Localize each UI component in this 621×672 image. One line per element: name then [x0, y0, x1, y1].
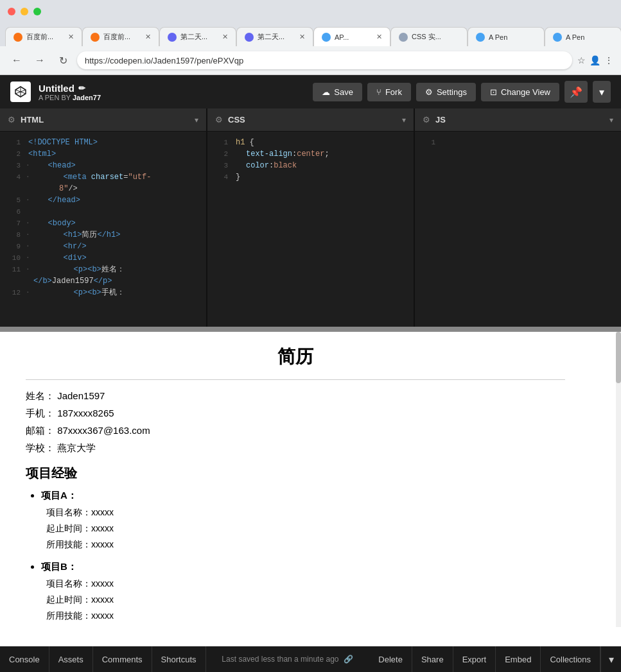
preview-area: 简历 姓名： Jaden1597 手机： 187xxxx8265 邮箱： 87x… — [0, 332, 621, 627]
field-value-phone: 187xxxx8265 — [57, 408, 114, 418]
code-line: 8 · <h1>简历</h1> — [0, 229, 206, 241]
address-input[interactable] — [77, 51, 572, 69]
code-line: 9 · <hr/> — [0, 241, 206, 252]
status-external-link[interactable]: 🔗 — [344, 655, 353, 664]
comments-button[interactable]: Comments — [93, 646, 152, 672]
tab-favicon-5 — [322, 33, 331, 42]
editor-preview-divider[interactable] — [0, 327, 621, 332]
browser-tab-6[interactable]: CSS 实... — [390, 27, 468, 46]
edit-title-icon[interactable]: ✏ — [78, 83, 85, 93]
js-gear-icon[interactable]: ⚙ — [423, 115, 430, 125]
account-icon[interactable]: 👤 — [590, 55, 600, 65]
tab-favicon-6 — [399, 33, 408, 42]
tab-close-5[interactable]: ✕ — [376, 33, 382, 41]
maximize-button[interactable] — [33, 8, 41, 15]
browser-tab-7[interactable]: A Pen — [468, 27, 545, 46]
browser-tab-1[interactable]: 百度前... ✕ — [5, 27, 82, 46]
console-button[interactable]: Console — [0, 646, 49, 672]
tab-title-5: AP... — [335, 33, 372, 41]
collections-more-button[interactable]: ▾ — [600, 646, 621, 672]
bookmark-icon[interactable]: ☆ — [577, 55, 586, 65]
html-panel-title-group: ⚙ HTML — [8, 115, 44, 125]
codepen-logo — [10, 82, 31, 102]
html-code-area[interactable]: 1 <!DOCTYPE HTML> 2 <html> 3 · <head> 4 … — [0, 132, 206, 327]
field-label-email: 邮箱： — [26, 425, 55, 436]
pen-author: A PEN BY Jaden77 — [39, 94, 305, 101]
assets-button[interactable]: Assets — [49, 646, 93, 672]
tab-close-3[interactable]: ✕ — [222, 33, 228, 41]
html-panel-chevron[interactable]: ▾ — [195, 116, 198, 125]
tab-close-1[interactable]: ✕ — [68, 33, 74, 41]
address-bar-icons: ☆ 👤 ⋮ — [577, 55, 613, 65]
preview-section-title: 项目经验 — [26, 465, 565, 482]
export-button[interactable]: Export — [453, 646, 496, 672]
browser-tab-5[interactable]: AP... ✕ — [313, 27, 390, 46]
preview-field-email: 邮箱： 87xxxx367@163.com — [26, 425, 565, 437]
title-bar — [0, 0, 621, 23]
tab-title-8: A Pen — [566, 33, 613, 41]
preview-field-name: 姓名： Jaden1597 — [26, 390, 565, 402]
pin-button[interactable]: 📌 — [564, 81, 588, 103]
code-line: 4 } — [207, 171, 414, 183]
code-line: </b>Jaden1597</p> — [0, 275, 206, 287]
browser-tab-2[interactable]: 百度前... ✕ — [82, 27, 159, 46]
collections-button[interactable]: Collections — [541, 646, 600, 672]
html-gear-icon[interactable]: ⚙ — [8, 115, 15, 125]
js-panel-title-group: ⚙ JS — [423, 115, 446, 125]
more-button[interactable]: ▾ — [593, 81, 611, 103]
scroll-thumb[interactable] — [616, 332, 621, 383]
code-line: 2 text-align:center; — [207, 148, 414, 160]
js-code-area[interactable]: 1 — [415, 132, 621, 327]
field-value-email: 87xxxx367@163.com — [57, 425, 150, 436]
shortcuts-button[interactable]: Shortcuts — [152, 646, 206, 672]
project-b-time: 起止时间：xxxxx — [46, 592, 565, 608]
back-button[interactable]: ← — [8, 51, 26, 69]
code-line: 6 — [0, 206, 206, 218]
browser-tab-3[interactable]: 第二天... ✕ — [159, 27, 236, 46]
pen-title: Untitled ✏ — [39, 83, 305, 94]
browser-chrome: 百度前... ✕ 百度前... ✕ 第二天... ✕ 第二天... ✕ AP..… — [0, 0, 621, 75]
code-line: 3 · <head> — [0, 160, 206, 171]
js-panel: ⚙ JS ▾ 1 — [415, 108, 621, 327]
forward-button[interactable]: → — [31, 51, 49, 69]
save-button[interactable]: ☁ Save — [313, 83, 362, 101]
tab-title-2: 百度前... — [103, 32, 141, 42]
bottom-bar: Console Assets Comments Shortcuts Last s… — [0, 646, 621, 672]
menu-icon[interactable]: ⋮ — [604, 55, 613, 65]
tab-title-7: A Pen — [489, 33, 536, 41]
js-panel-chevron[interactable]: ▾ — [609, 116, 613, 125]
css-panel-header: ⚙ CSS ▾ — [207, 108, 414, 132]
fork-button[interactable]: ⑂ Fork — [367, 83, 411, 101]
save-status-text: Last saved less than a minute ago — [222, 655, 338, 664]
browser-tab-4[interactable]: 第二天... ✕ — [236, 27, 313, 46]
codepen-action-buttons: ☁ Save ⑂ Fork ⚙ Settings ⊡ Change View 📌… — [313, 81, 611, 103]
list-item: 项目B： 项目名称：xxxxx 起止时间：xxxxx 所用技能：xxxxx — [41, 561, 565, 625]
change-view-button[interactable]: ⊡ Change View — [481, 83, 559, 101]
minimize-button[interactable] — [21, 8, 28, 15]
tab-close-2[interactable]: ✕ — [145, 33, 151, 41]
list-item: 项目A： 项目名称：xxxxx 起止时间：xxxxx 所用技能：xxxxx — [41, 490, 565, 553]
css-gear-icon[interactable]: ⚙ — [215, 115, 223, 125]
html-panel: ⚙ HTML ▾ 1 <!DOCTYPE HTML> 2 <html> 3 · … — [0, 108, 207, 327]
css-panel-chevron[interactable]: ▾ — [402, 116, 406, 125]
preview-field-school: 学校： 燕京大学 — [26, 442, 565, 454]
preview-title: 简历 — [26, 345, 565, 369]
project-a-name: 项目名称：xxxxx — [46, 504, 565, 521]
layout-icon: ⊡ — [490, 87, 497, 97]
gear-icon: ⚙ — [425, 87, 433, 97]
delete-button[interactable]: Delete — [369, 646, 412, 672]
browser-tab-8[interactable]: A Pen — [545, 27, 621, 46]
tab-title-1: 百度前... — [26, 32, 64, 42]
refresh-button[interactable]: ↻ — [54, 51, 72, 69]
css-code-area[interactable]: 1 h1 { 2 text-align:center; 3 color:blac… — [207, 132, 414, 327]
share-button[interactable]: Share — [412, 646, 453, 672]
window-controls — [8, 8, 41, 15]
project-a-skill: 所用技能：xxxxx — [46, 537, 565, 553]
settings-button[interactable]: ⚙ Settings — [416, 83, 476, 101]
close-button[interactable] — [8, 8, 15, 15]
tabs-bar: 百度前... ✕ 百度前... ✕ 第二天... ✕ 第二天... ✕ AP..… — [0, 23, 621, 46]
address-bar-row: ← → ↻ ☆ 👤 ⋮ — [0, 46, 621, 74]
tab-close-4[interactable]: ✕ — [299, 33, 305, 41]
preview-scrollbar[interactable] — [616, 332, 621, 627]
embed-button[interactable]: Embed — [496, 646, 541, 672]
